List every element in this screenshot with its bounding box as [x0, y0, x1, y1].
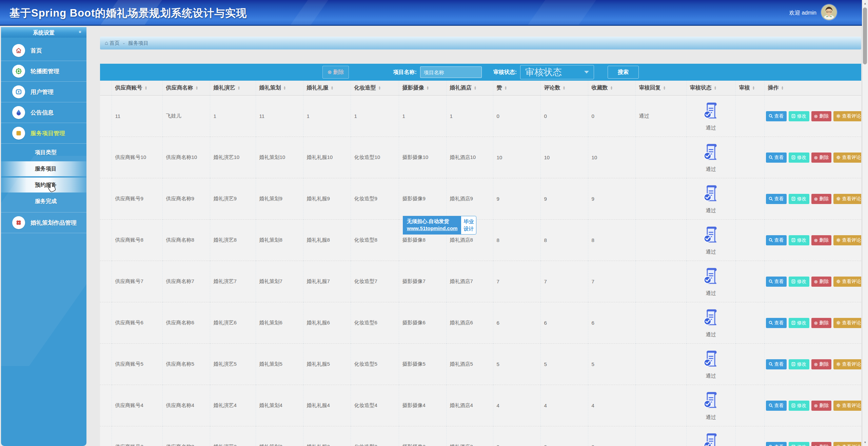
view-comments-button[interactable]: 查看评论 — [833, 359, 861, 369]
cell-wedding-dress: 婚礼礼服10 — [303, 137, 351, 178]
sort-icon[interactable]: ▲▼ — [781, 86, 784, 90]
delete-button[interactable]: ⊗ 删除 — [811, 153, 832, 163]
column-header-3[interactable]: 婚礼策划▲▼ — [256, 81, 303, 96]
sort-icon[interactable]: ▲▼ — [196, 86, 198, 90]
collapse-icon[interactable]: » — [78, 31, 83, 33]
sidebar-item-wedding-works[interactable]: 婚礼策划作品管理 — [1, 212, 86, 233]
sidebar-item-announcements[interactable]: 公告信息 — [1, 102, 86, 123]
row-select-cell[interactable] — [100, 178, 112, 220]
view-button[interactable]: 查看 — [766, 111, 787, 121]
sidebar-item-carousel[interactable]: 轮播图管理 — [1, 61, 86, 82]
view-comments-button[interactable]: 查看评论 — [833, 111, 861, 121]
edit-button[interactable]: 修改 — [789, 401, 809, 411]
view-button[interactable]: 查看 — [766, 359, 787, 369]
column-header-6[interactable]: 摄影摄像▲▼ — [399, 81, 446, 96]
vertical-scrollbar[interactable]: ▲ ▼ — [862, 0, 868, 446]
delete-button[interactable]: ⊗ 删除 — [811, 401, 832, 411]
view-button[interactable]: 查看 — [766, 235, 787, 245]
view-button[interactable]: 查看 — [766, 442, 787, 446]
delete-button[interactable]: ⊗ 删除 — [811, 442, 832, 446]
breadcrumb-home[interactable]: 首页 — [110, 40, 120, 46]
column-header-11[interactable]: 审核回复▲▼ — [635, 81, 686, 96]
watermark-link[interactable]: www.51topmind.com — [407, 225, 457, 232]
row-select-cell[interactable] — [100, 344, 112, 385]
edit-button[interactable]: 修改 — [789, 277, 809, 287]
column-header-10[interactable]: 收藏数▲▼ — [588, 81, 635, 96]
edit-button[interactable]: 修改 — [789, 194, 809, 204]
view-button[interactable]: 查看 — [766, 401, 787, 411]
column-header-1[interactable]: 供应商名称▲▼ — [162, 81, 210, 96]
sort-icon[interactable]: ▲▼ — [331, 86, 334, 90]
cell-actions: 查看 修改 ⊗ 删除 查看评论 — [764, 261, 861, 302]
view-comments-button[interactable]: 查看评论 — [833, 235, 861, 245]
delete-button[interactable]: ⊗ 删除 — [811, 194, 832, 204]
column-header-7[interactable]: 婚礼酒店▲▼ — [446, 81, 493, 96]
row-select-cell[interactable] — [100, 96, 112, 137]
edit-button[interactable]: 修改 — [789, 318, 809, 328]
column-header-4[interactable]: 婚礼礼服▲▼ — [303, 81, 351, 96]
sidebar-item-users[interactable]: 用户管理 — [1, 82, 86, 102]
sort-icon[interactable]: ▲▼ — [427, 86, 429, 90]
edit-button[interactable]: 修改 — [789, 235, 809, 245]
delete-button[interactable]: ⊗ 删除 — [811, 277, 832, 287]
row-select-cell[interactable] — [100, 385, 112, 426]
edit-button[interactable]: 修改 — [789, 111, 809, 121]
column-header-2[interactable]: 婚礼演艺▲▼ — [210, 81, 256, 96]
search-button[interactable]: 搜索 — [608, 66, 639, 79]
edit-button[interactable]: 修改 — [789, 359, 809, 369]
delete-selected-button[interactable]: ⊗ 删除 — [322, 66, 349, 79]
delete-button[interactable]: ⊗ 删除 — [811, 235, 832, 245]
cell-wedding-hotel: 婚礼酒店7 — [446, 261, 493, 302]
view-button[interactable]: 查看 — [766, 318, 787, 328]
view-comments-button[interactable]: 查看评论 — [833, 277, 861, 287]
cell-audit-status: 通过 — [686, 178, 735, 220]
sort-icon[interactable]: ▲▼ — [505, 86, 507, 90]
delete-button[interactable]: ⊗ 删除 — [811, 318, 832, 328]
scroll-up-arrow[interactable]: ▲ — [862, 1, 868, 6]
sort-icon[interactable]: ▲▼ — [474, 86, 477, 90]
view-button[interactable]: 查看 — [766, 194, 787, 204]
row-select-cell[interactable] — [100, 426, 112, 446]
sort-icon[interactable]: ▲▼ — [663, 86, 666, 90]
sidebar-section-header[interactable]: 系统设置 » — [1, 27, 86, 38]
delete-button[interactable]: ⊗ 删除 — [811, 359, 832, 369]
view-comments-button[interactable]: 查看评论 — [833, 318, 861, 328]
delete-button[interactable]: ⊗ 删除 — [811, 111, 832, 121]
sort-icon[interactable]: ▲▼ — [145, 86, 147, 90]
scrollbar-thumb[interactable] — [863, 7, 867, 64]
column-header-13[interactable]: 审核▲▼ — [735, 81, 764, 96]
sidebar-item-home[interactable]: 首页 — [1, 40, 86, 61]
sort-icon[interactable]: ▲▼ — [714, 86, 717, 90]
view-comments-button-label: 查看评论 — [842, 196, 861, 202]
view-comments-button[interactable]: 查看评论 — [833, 442, 861, 446]
project-name-input[interactable] — [420, 66, 482, 78]
sort-icon[interactable]: ▲▼ — [238, 86, 240, 90]
view-button[interactable]: 查看 — [766, 277, 787, 287]
row-select-cell[interactable] — [100, 261, 112, 302]
sidebar-item-service-management[interactable]: 服务项目管理 — [1, 123, 86, 144]
column-header-0[interactable]: 供应商账号▲▼ — [112, 81, 162, 96]
edit-button[interactable]: 修改 — [789, 153, 809, 163]
column-header-8[interactable]: 赞▲▼ — [493, 81, 540, 96]
sort-icon[interactable]: ▲▼ — [563, 86, 566, 90]
sort-icon[interactable]: ▲▼ — [283, 86, 286, 90]
column-header-14[interactable]: 操作▲▼ — [764, 81, 861, 96]
column-header-9[interactable]: 评论数▲▼ — [540, 81, 588, 96]
row-select-cell[interactable] — [100, 302, 112, 344]
avatar[interactable] — [821, 4, 837, 20]
sort-icon[interactable]: ▲▼ — [378, 86, 381, 90]
sidebar-item-label: 服务项目管理 — [31, 129, 65, 137]
view-comments-button[interactable]: 查看评论 — [833, 401, 861, 411]
column-header-12[interactable]: 审核状态▲▼ — [686, 81, 735, 96]
view-comments-button[interactable]: 查看评论 — [833, 194, 861, 204]
sort-icon[interactable]: ▲▼ — [752, 86, 755, 90]
edit-button[interactable]: 修改 — [789, 442, 809, 446]
audit-status-select[interactable]: 审核状态 — [520, 65, 594, 79]
row-select-cell[interactable] — [100, 220, 112, 261]
row-select-cell[interactable] — [100, 137, 112, 178]
scroll-down-arrow[interactable]: ▼ — [862, 440, 868, 445]
view-button[interactable]: 查看 — [766, 153, 787, 163]
view-comments-button[interactable]: 查看评论 — [833, 153, 861, 163]
sort-icon[interactable]: ▲▼ — [610, 86, 613, 90]
column-header-5[interactable]: 化妆造型▲▼ — [351, 81, 399, 96]
